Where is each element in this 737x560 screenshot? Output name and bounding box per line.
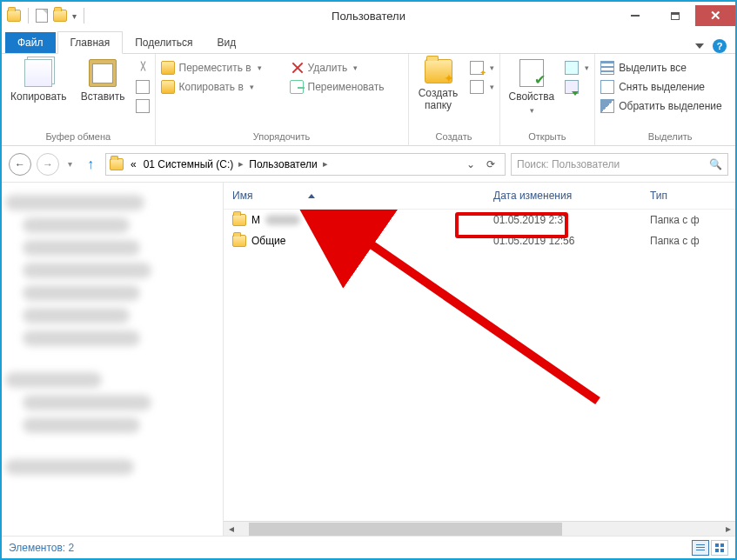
tab-file[interactable]: Файл: [5, 32, 56, 53]
up-button[interactable]: ↑: [81, 154, 100, 175]
column-name-label: Имя: [232, 190, 252, 202]
properties-icon: [519, 59, 544, 87]
paste-label: Вставить: [81, 90, 125, 103]
tree-item-blurred: [23, 263, 151, 278]
select-all-button[interactable]: Выделить все: [600, 61, 737, 75]
content-area: Имя Дата изменения Тип М 01.05.2019 2:37…: [2, 183, 735, 536]
breadcrumb-folder[interactable]: Пользователи: [245, 158, 320, 170]
qat-newfolder-icon[interactable]: [53, 10, 67, 22]
group-clipboard: Копировать Вставить Буфер обмена: [2, 54, 156, 145]
cut-button[interactable]: [136, 61, 150, 75]
title-bar: ▾ Пользователи ✕: [2, 2, 735, 30]
new-item-button[interactable]: ▾: [470, 61, 494, 75]
help-icon[interactable]: ?: [713, 39, 727, 53]
file-list: Имя Дата изменения Тип М 01.05.2019 2:37…: [224, 183, 735, 536]
new-item-icon: [470, 61, 484, 75]
scroll-thumb[interactable]: [249, 523, 562, 536]
paste-button[interactable]: Вставить: [77, 57, 129, 104]
app-folder-icon: [7, 10, 21, 22]
select-none-icon: [600, 80, 614, 94]
paste-shortcut-icon: [136, 99, 150, 113]
breadcrumb-prefix[interactable]: «: [127, 158, 140, 170]
tree-item-blurred: [23, 308, 130, 323]
delete-button[interactable]: Удалить ▾: [290, 61, 403, 75]
copy-to-button[interactable]: Копировать в ▾: [161, 80, 283, 94]
tree-item-blurred: [23, 330, 140, 346]
item-type: Папка с ф: [641, 235, 735, 247]
select-none-label: Снять выделение: [619, 81, 705, 93]
item-date: 01.05.2019 12:56: [485, 235, 641, 247]
copy-label: Копировать: [10, 90, 67, 103]
rename-button[interactable]: Переименовать: [290, 80, 403, 94]
sort-asc-icon: [308, 194, 315, 198]
nav-bar: ← → ▾ ↑ « 01 Системный (C:) ▸ Пользовате…: [2, 146, 735, 183]
qat-properties-icon[interactable]: [36, 9, 48, 23]
search-input[interactable]: Поиск: Пользователи 🔍: [511, 153, 728, 176]
chevron-down-icon: ▾: [530, 106, 534, 115]
chevron-down-icon: ▾: [490, 83, 494, 91]
copy-button[interactable]: Копировать: [7, 57, 70, 104]
tab-share[interactable]: Поделиться: [123, 32, 204, 53]
breadcrumb-drive[interactable]: 01 Системный (C:): [140, 158, 238, 170]
list-item[interactable]: М 01.05.2019 2:37 Папка с ф: [224, 210, 735, 230]
icons-view-button[interactable]: [711, 540, 728, 556]
new-folder-button[interactable]: ✦ Создать папку: [414, 57, 463, 113]
history-button[interactable]: [565, 80, 589, 94]
folder-icon: [232, 235, 246, 247]
item-date: 01.05.2019 2:37: [485, 214, 641, 226]
qat-dropdown-icon[interactable]: ▾: [72, 11, 77, 21]
column-headers: Имя Дата изменения Тип: [224, 183, 735, 210]
view-switcher: [692, 540, 728, 556]
tab-home[interactable]: Главная: [57, 31, 124, 54]
history-dropdown-icon[interactable]: ▾: [64, 159, 76, 169]
group-select-label: Выделить: [600, 130, 737, 145]
minimize-button[interactable]: [615, 5, 655, 26]
copy-path-icon: [136, 80, 150, 94]
breadcrumb-sep-icon[interactable]: ▸: [237, 158, 245, 170]
column-type[interactable]: Тип: [641, 190, 735, 202]
address-bar[interactable]: « 01 Системный (C:) ▸ Пользователи ▸ ⌄ ⟳: [105, 153, 506, 176]
qat-separator: [28, 8, 29, 23]
back-button[interactable]: ←: [9, 153, 31, 176]
move-to-button[interactable]: Переместить в ▾: [161, 61, 283, 75]
tree-item-blurred: [23, 240, 140, 256]
properties-button[interactable]: Свойства ▾: [506, 57, 559, 117]
rename-label: Переименовать: [308, 81, 385, 93]
cut-icon: [136, 61, 150, 75]
details-view-button[interactable]: [692, 540, 709, 556]
forward-button[interactable]: →: [37, 153, 59, 176]
maximize-button[interactable]: [655, 5, 695, 26]
close-button[interactable]: ✕: [695, 5, 735, 26]
scroll-left-icon[interactable]: ◂: [224, 523, 238, 535]
paste-shortcut-button[interactable]: [136, 99, 150, 113]
chevron-down-icon: ▾: [353, 63, 358, 72]
column-date[interactable]: Дата изменения: [485, 190, 641, 202]
scroll-right-icon[interactable]: ▸: [720, 523, 735, 535]
window-controls: ✕: [615, 5, 735, 26]
select-none-button[interactable]: Снять выделение: [600, 80, 737, 94]
navigation-tree[interactable]: [2, 183, 224, 536]
address-dropdown-icon[interactable]: ⌄: [461, 158, 480, 170]
group-organize-label: Упорядочить: [161, 130, 403, 145]
paste-icon: [89, 59, 117, 87]
ribbon-tabs: Файл Главная Поделиться Вид ?: [2, 30, 735, 54]
details-view-icon: [696, 544, 705, 551]
invert-selection-button[interactable]: Обратить выделение: [600, 99, 737, 113]
tree-item-blurred: [23, 417, 140, 433]
column-name[interactable]: Имя: [224, 190, 485, 202]
collapse-ribbon-icon[interactable]: [695, 43, 704, 49]
qat-separator-2: [84, 8, 84, 23]
breadcrumb-sep-icon[interactable]: ▸: [321, 158, 330, 170]
refresh-button[interactable]: ⟳: [480, 158, 501, 170]
copy-icon: [24, 59, 52, 87]
list-item[interactable]: Общие 01.05.2019 12:56 Папка с ф: [224, 230, 735, 251]
properties-label: Свойства: [509, 90, 555, 103]
copy-path-button[interactable]: [136, 80, 150, 94]
group-open: Свойства ▾ ▾ Открыть: [500, 54, 596, 145]
tab-view[interactable]: Вид: [204, 32, 248, 53]
horizontal-scrollbar[interactable]: ◂ ▸: [224, 521, 735, 536]
open-button[interactable]: ▾: [565, 61, 589, 75]
copy-to-label: Копировать в: [179, 81, 244, 93]
tree-item-blurred: [5, 195, 144, 210]
easy-access-button[interactable]: ▾: [470, 80, 494, 94]
